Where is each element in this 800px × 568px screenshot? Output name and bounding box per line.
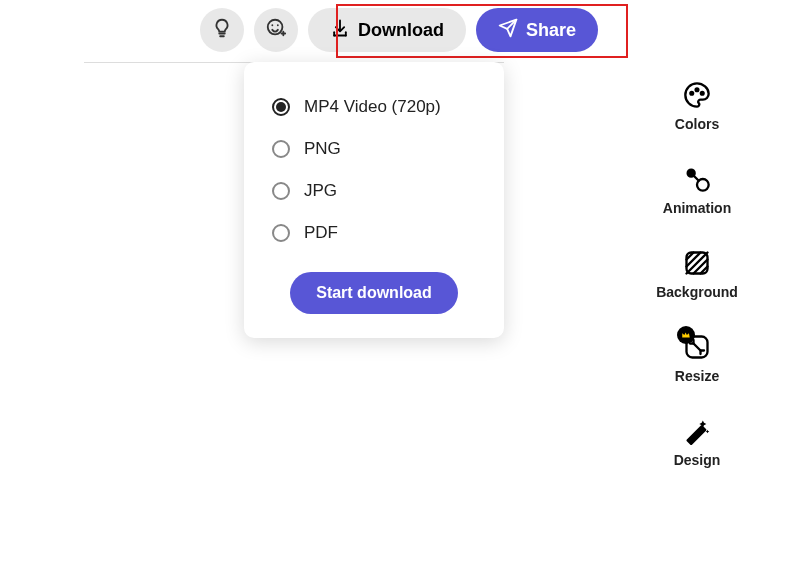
side-label: Background — [656, 284, 738, 300]
svg-point-6 — [696, 88, 699, 91]
side-label: Animation — [663, 200, 731, 216]
option-label: PDF — [304, 223, 338, 243]
option-mp4[interactable]: MP4 Video (720p) — [264, 86, 484, 128]
radio-icon — [272, 182, 290, 200]
svg-line-15 — [694, 260, 708, 274]
background-icon — [682, 248, 712, 278]
magic-wand-icon — [682, 416, 712, 446]
option-png[interactable]: PNG — [264, 128, 484, 170]
add-face-button[interactable] — [254, 8, 298, 52]
animation-icon — [682, 164, 712, 194]
side-item-design[interactable]: Design — [674, 416, 721, 468]
svg-point-1 — [271, 24, 273, 26]
start-download-button[interactable]: Start download — [290, 272, 458, 314]
download-button[interactable]: Download — [308, 8, 466, 52]
svg-line-10 — [693, 176, 698, 181]
lightbulb-button[interactable] — [200, 8, 244, 52]
palette-icon — [682, 80, 712, 110]
side-item-animation[interactable]: Animation — [663, 164, 731, 216]
share-label: Share — [526, 20, 576, 41]
option-label: MP4 Video (720p) — [304, 97, 441, 117]
share-button[interactable]: Share — [476, 8, 598, 52]
option-pdf[interactable]: PDF — [264, 212, 484, 254]
option-label: JPG — [304, 181, 337, 201]
svg-point-7 — [701, 92, 704, 95]
lightbulb-icon — [211, 17, 233, 43]
side-label: Resize — [675, 368, 719, 384]
svg-line-13 — [687, 253, 701, 267]
radio-icon — [272, 140, 290, 158]
download-dropdown: MP4 Video (720p) PNG JPG PDF Start downl… — [244, 62, 504, 338]
add-face-icon — [265, 17, 287, 43]
option-label: PNG — [304, 139, 341, 159]
download-label: Download — [358, 20, 444, 41]
option-jpg[interactable]: JPG — [264, 170, 484, 212]
radio-icon — [272, 224, 290, 242]
side-item-background[interactable]: Background — [656, 248, 738, 300]
svg-point-2 — [277, 24, 279, 26]
share-icon — [498, 18, 518, 43]
radio-selected-icon — [272, 98, 290, 116]
side-item-colors[interactable]: Colors — [675, 80, 719, 132]
side-label: Design — [674, 452, 721, 468]
side-panel: Colors Animation Background Resize Desig… — [642, 80, 752, 468]
svg-point-5 — [690, 92, 693, 95]
download-icon — [330, 18, 350, 43]
side-label: Colors — [675, 116, 719, 132]
toolbar: Download Share — [200, 8, 598, 52]
side-item-resize[interactable]: Resize — [675, 332, 719, 384]
